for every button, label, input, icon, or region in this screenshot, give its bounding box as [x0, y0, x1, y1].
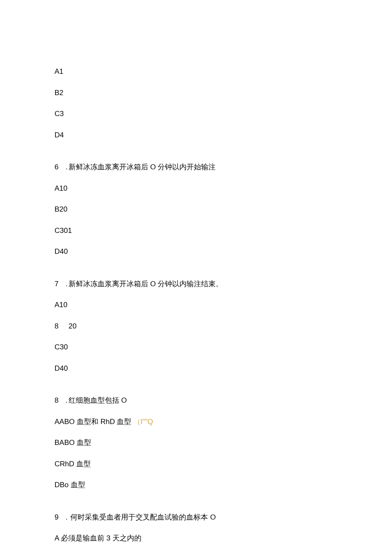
q7-number: 7 [55, 279, 60, 290]
q9-option-a: A 必须是输血前 3 天之内的 [55, 533, 337, 544]
q6-number: 6 [55, 162, 60, 173]
q7-option-d: D40 [55, 363, 337, 374]
q7-text: 新鲜冰冻血浆离开冰箱后 O 分钟以内输注结束。 [69, 280, 223, 288]
q7-dot: . [66, 280, 68, 288]
q7-option-b-num: 8 [55, 321, 60, 332]
q5-option-d: D4 [55, 130, 337, 141]
q5-option-b: B2 [55, 87, 337, 99]
q9-dot: . [66, 513, 69, 521]
q7-option-b-val: 20 [69, 322, 77, 330]
q6-option-a: A10 [55, 183, 337, 194]
q6-option-d: D40 [55, 246, 337, 257]
q8-option-a-main: AABO 血型和 RhD 血型 [55, 418, 131, 426]
q6-option-c: C301 [55, 225, 337, 236]
q7-question: 7.新鲜冰冻血浆离开冰箱后 O 分钟以内输注结束。 [55, 279, 337, 290]
q5-option-c: C3 [55, 108, 337, 119]
q8-option-a: AABO 血型和 RhD 血型 （l""Q [55, 416, 337, 427]
q8-number: 8 [55, 395, 60, 406]
q7-option-b: 8 20 [55, 321, 337, 332]
q6-text: 新鲜冰冻血浆离开冰箱后 O 分钟以内开始输注 [69, 163, 216, 171]
q8-text: 红细胞血型包括 O [69, 396, 127, 404]
q6-option-b: B20 [55, 204, 337, 215]
q7-option-c: C30 [55, 342, 337, 353]
q8-dot: . [66, 396, 68, 404]
q5-option-a: A1 [55, 66, 337, 77]
q8-question: 8.红细胞血型包括 O [55, 395, 337, 406]
q6-dot: . [66, 163, 68, 171]
q9-number: 9 [55, 512, 60, 523]
q9-question: 9. 何时采集受血者用于交叉配血试验的血标本 O [55, 512, 337, 523]
q7-option-b-gap [66, 322, 68, 330]
q8-option-c: CRhD 血型 [55, 459, 337, 470]
q7-option-a: A10 [55, 299, 337, 311]
q8-option-a-annotation: （l""Q [133, 418, 153, 426]
q8-option-b: BABO 血型 [55, 437, 337, 448]
q8-option-d: DBo 血型 [55, 479, 337, 491]
q9-text: 何时采集受血者用于交叉配血试验的血标本 O [70, 513, 216, 521]
q6-question: 6.新鲜冰冻血浆离开冰箱后 O 分钟以内开始输注 [55, 162, 337, 173]
